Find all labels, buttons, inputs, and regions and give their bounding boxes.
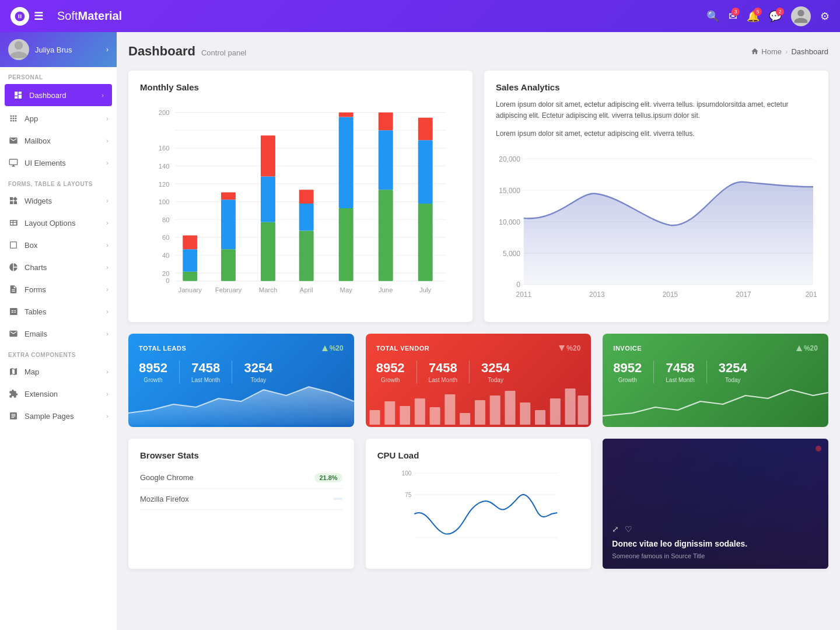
sidebar-item-ui-elements[interactable]: UI Elements › [0,152,117,174]
sidebar-item-arrow-icon: › [106,159,108,166]
sidebar-item-widgets[interactable]: Widgets › [0,190,117,212]
sidebar-item-arrow-icon: › [106,412,108,419]
search-icon[interactable]: 🔍 [706,10,719,23]
sidebar-item-label: App [24,114,100,123]
svg-text:40: 40 [162,252,170,259]
svg-text:75: 75 [405,492,412,498]
svg-text:March: March [259,286,277,293]
sidebar-item-sample-pages[interactable]: Sample Pages › [0,405,117,427]
svg-rect-77 [535,410,545,425]
mail-icon [8,135,19,146]
breadcrumb-home[interactable]: Home [751,47,782,56]
svg-rect-38 [379,113,393,131]
sidebar-user[interactable]: Juliya Brus › [0,32,117,67]
stat-card-header: INVOICE %20 [613,344,818,352]
bell-icon[interactable]: 🔔 5 [747,10,760,23]
extension-icon [8,388,19,399]
settings-icon[interactable]: ⚙ [820,10,830,23]
stat-card-label: TOTAL LEADS [139,345,186,352]
svg-rect-26 [221,192,236,200]
svg-rect-80 [578,396,588,425]
sidebar-item-label: UI Elements [24,159,100,167]
breadcrumb-separator: › [785,47,788,56]
sidebar-item-dashboard[interactable]: Dashboard › [5,84,112,106]
svg-rect-71 [444,394,455,425]
svg-rect-73 [475,400,485,425]
sidebar-item-arrow-icon: › [106,390,108,397]
monthly-sales-title: Monthly Sales [140,82,461,92]
svg-rect-28 [261,177,275,222]
svg-text:January: January [178,286,202,293]
svg-rect-40 [418,140,433,204]
sidebar-item-arrow-icon: › [106,219,108,226]
svg-rect-25 [221,200,236,249]
svg-text:15,000: 15,000 [499,187,520,195]
svg-text:200: 200 [159,109,170,116]
svg-rect-68 [400,406,410,425]
cpu-load-title: CPU Load [377,450,580,460]
stat-num-value: 7458 [429,360,457,376]
analytics-text-2: Lorem ipsum dolor sit amet, ectetur adip… [496,128,817,139]
page-header: Dashboard Control panel Home › Dashboard [128,44,828,59]
stat-num-value: 8952 [613,360,642,376]
expand-icon[interactable]: ⤢ [612,524,619,534]
svg-rect-34 [339,117,354,208]
sidebar-user-arrow-icon: › [106,46,108,54]
sidebar-user-name: Juliya Brus [35,46,100,54]
analytics-text-1: Lorem ipsum dolor sit amet, ectetur adip… [496,99,817,121]
pages-icon [8,411,19,421]
svg-rect-33 [339,208,354,281]
sidebar-item-mailbox[interactable]: Mailbox › [0,130,117,152]
media-card-actions: ⤢ ♡ [612,524,819,534]
sidebar-item-arrow-icon: › [106,197,108,204]
svg-text:160: 160 [159,145,170,152]
sidebar-item-emails[interactable]: Emails › [0,323,117,345]
stat-sparkline [366,378,592,427]
sidebar-item-arrow-icon: › [106,368,108,375]
forms-icon [8,284,19,295]
svg-rect-69 [414,398,425,425]
svg-text:2015: 2015 [663,290,678,299]
sidebar-item-app[interactable]: App › [0,107,117,130]
svg-text:20: 20 [162,270,170,277]
sidebar-item-extension[interactable]: Extension › [0,383,117,405]
heart-icon[interactable]: ♡ [625,524,632,534]
sidebar-item-tables[interactable]: Tables › [0,300,117,323]
mail-icon[interactable]: ✉ 3 [729,10,737,23]
sidebar-item-forms[interactable]: Forms › [0,278,117,300]
svg-rect-36 [379,190,393,281]
svg-text:June: June [379,286,393,293]
browser-name: Google Chrome [140,473,194,482]
breadcrumb-current: Dashboard [791,47,828,56]
layout-icon [8,218,19,228]
page-title: Dashboard [128,44,195,59]
svg-rect-78 [550,398,560,425]
sidebar-item-box[interactable]: Box › [0,234,117,256]
stat-num-value: 7458 [666,360,694,376]
svg-rect-29 [261,135,275,176]
svg-rect-31 [299,204,314,230]
hamburger-icon[interactable]: ☰ [34,10,43,23]
sidebar-section-personal: PERSONAL [0,67,117,83]
stat-num-value: 8952 [376,360,405,376]
svg-text:2013: 2013 [589,290,605,299]
svg-marker-65 [559,345,565,351]
stat-num-value: 3254 [244,360,272,376]
chat-badge: 2 [776,8,784,16]
svg-marker-64 [322,345,328,351]
page-subtitle: Control panel [201,48,246,57]
content-area: Dashboard Control panel Home › Dashboard… [117,32,840,630]
svg-rect-32 [299,190,314,204]
sidebar-item-map[interactable]: Map › [0,360,117,383]
svg-rect-66 [369,410,380,425]
stat-badge-down: %20 [559,344,580,352]
media-card: ⤢ ♡ Donec vitae leo dignissim sodales. S… [603,439,828,569]
svg-rect-37 [379,130,393,190]
sidebar-item-charts[interactable]: Charts › [0,256,117,278]
stat-card-label: INVOICE [613,345,642,352]
chat-icon[interactable]: 💬 2 [769,10,782,23]
sidebar-item-layout[interactable]: Layout Options › [0,212,117,234]
svg-text:100: 100 [159,198,170,205]
user-avatar[interactable] [791,6,811,26]
stat-card-header: TOTAL LEADS %20 [139,344,344,352]
